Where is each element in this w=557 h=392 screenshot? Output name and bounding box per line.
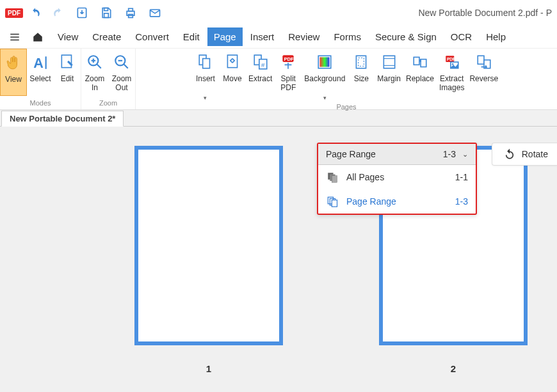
menu-convert[interactable]: Convert [129, 27, 175, 46]
edit-button[interactable]: Edit [54, 49, 81, 95]
all-pages-label: All Pages [346, 172, 455, 182]
svg-rect-1 [104, 8, 108, 11]
ribbon-group-modes: View A Select Edit Modes [0, 49, 81, 109]
svg-rect-29 [383, 56, 394, 68]
page-1-number: 1 [206, 363, 211, 374]
text-select-icon: A [31, 52, 50, 72]
chevron-down-icon: ▾ [204, 95, 207, 102]
all-pages-option[interactable]: All Pages 1-1 [318, 165, 476, 189]
menu-ocr[interactable]: OCR [444, 27, 478, 46]
ribbon-group-pages: Insert ▾ Move # Extract PDF Split PDF Ba… [136, 49, 557, 109]
title-bar: PDF New Portable Document 2.pdf - P [0, 0, 557, 26]
svg-text:PDF: PDF [447, 57, 455, 61]
svg-rect-32 [414, 57, 419, 65]
hamburger-menu-icon[interactable] [5, 29, 24, 45]
menu-view[interactable]: View [51, 27, 85, 46]
insert-label: Insert [196, 74, 215, 93]
pages-stack-icon [326, 196, 339, 207]
menu-page[interactable]: Page [207, 27, 243, 46]
menu-bar: View Create Convert Edit Page Insert Rev… [0, 26, 557, 49]
chevron-down-icon: ▾ [323, 95, 327, 102]
menu-forms[interactable]: Forms [327, 27, 367, 46]
mail-icon[interactable] [149, 6, 161, 19]
zoom-out-label: Zoom Out [112, 74, 132, 93]
svg-rect-45 [332, 200, 337, 207]
zoom-out-icon [112, 52, 131, 72]
rotate-icon [504, 148, 515, 160]
extract-button[interactable]: # Extract [246, 49, 275, 95]
select-button[interactable]: A Select [27, 49, 54, 95]
menu-insert[interactable]: Insert [244, 27, 281, 46]
page-thumb-1[interactable]: 1 [134, 146, 283, 374]
replace-label: Replace [406, 74, 434, 93]
svg-rect-38 [478, 56, 484, 64]
pages-stack-icon [326, 171, 339, 183]
page-range-header-value: 1-3 [443, 149, 456, 159]
size-button[interactable]: Size [348, 49, 375, 95]
size-label: Size [354, 74, 369, 93]
hand-icon [4, 53, 23, 72]
background-label: Background [304, 74, 345, 93]
svg-rect-42 [332, 176, 337, 183]
modes-group-label: Modes [0, 99, 81, 109]
zoom-in-button[interactable]: Zoom In [81, 49, 108, 95]
svg-text:PDF: PDF [284, 56, 295, 62]
document-tab[interactable]: New Portable Document 2* [1, 111, 124, 127]
zoom-in-label: Zoom In [85, 74, 105, 93]
reverse-button[interactable]: Reverse [467, 49, 501, 95]
split-button[interactable]: PDF Split PDF [275, 49, 302, 95]
ribbon: View A Select Edit Modes Zoom In Zoom Ou… [0, 49, 557, 110]
print-icon[interactable] [124, 6, 137, 19]
background-button[interactable]: Background ▾ [302, 49, 348, 103]
extract-images-label: Extract Images [439, 74, 464, 93]
window-title: New Portable Document 2.pdf - P [418, 8, 552, 18]
margin-icon [380, 52, 399, 72]
replace-button[interactable]: Replace [403, 49, 437, 95]
chevron-down-icon: ⌄ [462, 150, 468, 159]
insert-page-icon [196, 52, 215, 72]
svg-rect-18 [203, 59, 210, 68]
page-range-header[interactable]: Page Range 1-3 ⌄ [318, 144, 476, 165]
svg-line-11 [97, 64, 101, 68]
extract-images-button[interactable]: PDF Extract Images [437, 49, 467, 95]
page-range-dropdown: Page Range 1-3 ⌄ All Pages 1-1 Page Rang… [317, 143, 477, 215]
menu-help[interactable]: Help [480, 27, 512, 46]
rotate-button[interactable]: Rotate [492, 143, 557, 166]
svg-point-37 [451, 63, 453, 65]
page-range-header-label: Page Range [326, 149, 443, 159]
ribbon-group-zoom: Zoom In Zoom Out Zoom [81, 49, 136, 109]
page-size-icon [351, 52, 371, 72]
menu-create[interactable]: Create [86, 27, 127, 46]
view-button[interactable]: View [0, 49, 27, 96]
zoom-out-button[interactable]: Zoom Out [108, 49, 135, 95]
save-icon[interactable] [100, 6, 113, 19]
svg-rect-33 [421, 59, 426, 67]
redo-icon[interactable] [52, 7, 64, 19]
menu-review[interactable]: Review [282, 27, 326, 46]
svg-rect-26 [320, 57, 330, 67]
page-range-option[interactable]: Page Range 1-3 [318, 189, 476, 214]
svg-rect-4 [129, 8, 133, 11]
select-label: Select [29, 74, 51, 93]
split-label: Split PDF [280, 74, 296, 93]
extract-images-icon: PDF [442, 52, 462, 72]
svg-text:A: A [33, 55, 44, 70]
margin-label: Margin [377, 74, 401, 93]
svg-line-15 [124, 64, 128, 68]
move-label: Move [223, 74, 241, 93]
insert-button[interactable]: Insert ▾ [192, 49, 219, 103]
home-icon[interactable] [28, 29, 47, 45]
edit-label: Edit [61, 74, 74, 93]
margin-button[interactable]: Margin [375, 49, 403, 95]
move-button[interactable]: Move [219, 49, 246, 95]
extract-label: Extract [248, 74, 272, 93]
download-icon[interactable] [76, 6, 88, 19]
rotate-label: Rotate [522, 149, 548, 159]
undo-icon[interactable] [29, 7, 41, 19]
svg-rect-28 [359, 58, 364, 67]
menu-secure[interactable]: Secure & Sign [369, 27, 443, 46]
view-label: View [5, 75, 22, 94]
background-icon [315, 52, 334, 72]
app-badge: PDF [5, 8, 23, 18]
menu-edit[interactable]: Edit [177, 27, 206, 46]
